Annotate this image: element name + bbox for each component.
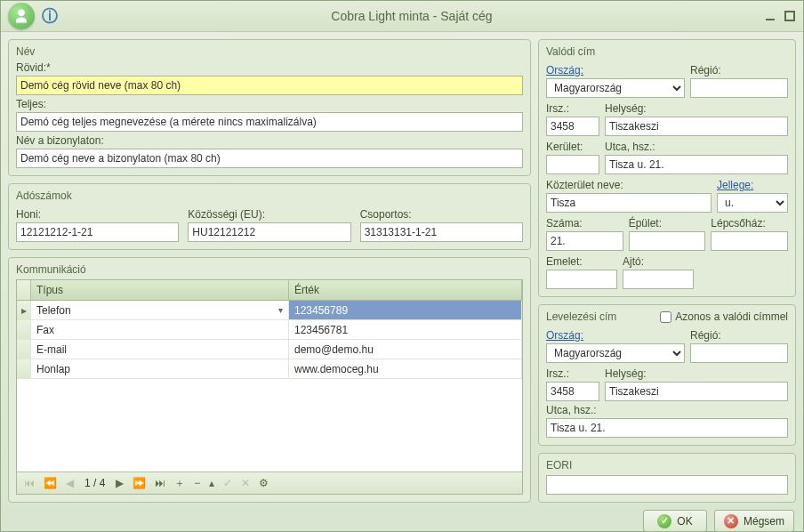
- nav-next-icon[interactable]: ▶: [114, 477, 125, 489]
- nav-edit-icon[interactable]: ▴: [207, 477, 216, 489]
- lev-regio-input[interactable]: [690, 343, 788, 363]
- lepcsohaz-label: Lépcsőház:: [711, 217, 788, 230]
- lev-orszag-select[interactable]: Magyarország: [546, 343, 685, 363]
- ajto-label: Ajtó:: [623, 255, 694, 268]
- lev-utca-label: Utca, hsz.:: [546, 404, 788, 416]
- lev-irsz-label: Irsz.:: [546, 367, 599, 380]
- eori-title: EORI: [546, 459, 788, 472]
- col-tipus-header[interactable]: Típus: [31, 280, 289, 300]
- valodi-helyseg-input[interactable]: [605, 117, 788, 136]
- valodi-kerulet-input[interactable]: [546, 155, 599, 174]
- cell-type: Fax: [31, 320, 289, 339]
- valodi-utca-input[interactable]: [605, 155, 788, 174]
- azonos-checkbox[interactable]: [660, 311, 671, 323]
- valodi-kozterulet-input[interactable]: [546, 193, 712, 213]
- cell-type: Telefon: [36, 304, 71, 317]
- footer: ✓ OK ✕ Mégsem: [1, 510, 803, 532]
- table-row[interactable]: E-mail demo@demo.hu: [17, 340, 522, 359]
- honi-input[interactable]: [16, 222, 179, 242]
- cancel-button[interactable]: ✕ Mégsem: [714, 510, 794, 532]
- row-indicator-icon: ▸: [17, 301, 31, 319]
- irsz-label: Irsz.:: [546, 102, 599, 115]
- eori-input[interactable]: [546, 475, 788, 495]
- levelezesi-cim-title: Levelezési cím Azonos a valódi címmel: [546, 310, 788, 323]
- valodi-ajto-input[interactable]: [623, 270, 694, 289]
- nav-accept-icon[interactable]: ✓: [221, 477, 234, 489]
- kozossegi-input[interactable]: [188, 222, 350, 242]
- cell-value[interactable]: demo@demo.hu: [289, 340, 522, 359]
- ok-button-label: OK: [677, 515, 692, 528]
- cell-value[interactable]: 123456781: [289, 320, 522, 339]
- table-row[interactable]: Honlap www.democeg.hu: [17, 359, 522, 379]
- szama-label: Száma:: [546, 217, 623, 230]
- grid-header: Típus Érték: [17, 280, 522, 301]
- cell-type: Honlap: [31, 359, 289, 378]
- kozterulet-label: Közterület neve:: [546, 179, 712, 191]
- cell-value[interactable]: 123456789: [289, 301, 522, 319]
- nav-cancel-icon[interactable]: ✕: [239, 477, 252, 489]
- nav-settings-icon[interactable]: ⚙: [257, 477, 270, 489]
- teljes-input[interactable]: [16, 112, 523, 132]
- lev-helyseg-input[interactable]: [605, 382, 788, 401]
- orszag-link[interactable]: Ország:: [546, 64, 685, 77]
- levelezesi-title-text: Levelezési cím: [546, 310, 616, 323]
- valodi-cim-panel: Valódi cím Ország: Magyarország Régió: I…: [538, 39, 796, 297]
- maximize-button[interactable]: [784, 10, 796, 22]
- main-window: Cobra Light minta - Saját cég Név Rövid:…: [0, 0, 804, 532]
- kerulet-label: Kerület:: [546, 141, 599, 153]
- valodi-jellege-select[interactable]: u.: [717, 193, 788, 213]
- nav-position: 1 / 4: [84, 477, 105, 489]
- emelet-label: Emelet:: [546, 255, 617, 268]
- eori-panel: EORI: [538, 453, 796, 503]
- nav-remove-icon[interactable]: −: [192, 477, 202, 489]
- valodi-emelet-input[interactable]: [546, 270, 617, 289]
- content-area: Név Rövid:* Teljes: Név a bizonylaton: A…: [1, 32, 803, 510]
- valodi-epulet-input[interactable]: [629, 231, 706, 251]
- rovid-input[interactable]: [16, 76, 523, 95]
- regio-label: Régió:: [690, 64, 788, 77]
- lev-regio-label: Régió:: [690, 329, 788, 342]
- svg-rect-1: [785, 12, 794, 20]
- nav-nextpage-icon[interactable]: ⏩: [131, 477, 148, 489]
- ok-button[interactable]: ✓ OK: [643, 510, 707, 532]
- nev-panel: Név Rövid:* Teljes: Név a bizonylaton:: [8, 39, 531, 176]
- lev-irsz-input[interactable]: [546, 382, 599, 401]
- cancel-button-label: Mégsem: [744, 515, 784, 528]
- kommunikacio-panel: Kommunikáció Típus Érték ▸ Telefon▾ 1234…: [8, 257, 531, 503]
- teljes-label: Teljes:: [16, 98, 523, 110]
- kommunikacio-grid[interactable]: Típus Érték ▸ Telefon▾ 123456789 Fax 123…: [16, 279, 523, 495]
- lev-helyseg-label: Helység:: [605, 367, 788, 380]
- minimize-button[interactable]: [764, 10, 776, 22]
- bizonylat-label: Név a bizonylaton:: [16, 134, 523, 147]
- col-ertek-header[interactable]: Érték: [289, 280, 522, 300]
- table-row[interactable]: ▸ Telefon▾ 123456789: [17, 301, 522, 320]
- valodi-szama-input[interactable]: [546, 231, 623, 251]
- azonos-checkbox-label[interactable]: Azonos a valódi címmel: [660, 310, 788, 323]
- info-icon[interactable]: [40, 6, 60, 26]
- cell-value[interactable]: www.democeg.hu: [289, 359, 522, 378]
- nav-add-icon[interactable]: ＋: [173, 476, 187, 491]
- kozossegi-label: Közösségi (EU):: [188, 208, 350, 221]
- epulet-label: Épület:: [629, 217, 706, 230]
- nav-prevpage-icon[interactable]: ⏪: [42, 477, 59, 489]
- lev-utca-input[interactable]: [546, 418, 788, 438]
- jellege-link[interactable]: Jellege:: [717, 179, 788, 191]
- valodi-lepcsohaz-input[interactable]: [711, 231, 788, 251]
- cell-type: E-mail: [31, 340, 289, 359]
- dropdown-icon[interactable]: ▾: [278, 305, 283, 315]
- table-row[interactable]: Fax 123456781: [17, 320, 522, 340]
- close-icon: ✕: [724, 514, 738, 528]
- honi-label: Honi:: [16, 208, 179, 221]
- valodi-irsz-input[interactable]: [546, 117, 599, 136]
- lev-orszag-link[interactable]: Ország:: [546, 329, 685, 342]
- window-title: Cobra Light minta - Saját cég: [60, 9, 764, 23]
- nav-first-icon[interactable]: ⏮: [22, 477, 36, 489]
- valodi-orszag-select[interactable]: Magyarország: [546, 78, 685, 98]
- nav-prev-icon[interactable]: ◀: [64, 477, 76, 489]
- nev-panel-title: Név: [16, 45, 523, 58]
- bizonylat-input[interactable]: [16, 149, 523, 168]
- valodi-regio-input[interactable]: [690, 78, 788, 98]
- azonos-label-text: Azonos a valódi címmel: [675, 310, 788, 323]
- csoportos-input[interactable]: [360, 222, 523, 242]
- nav-last-icon[interactable]: ⏭: [153, 477, 167, 489]
